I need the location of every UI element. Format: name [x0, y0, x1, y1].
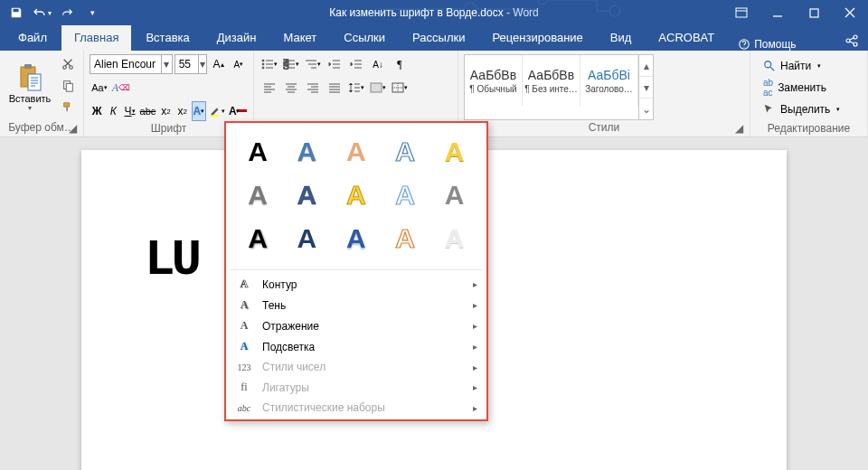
change-case-icon[interactable]: Aa▾ [90, 78, 109, 98]
style-heading1[interactable]: АаБбВіЗаголово… [580, 55, 638, 106]
gallery-up-icon[interactable]: ▴ [639, 55, 653, 77]
tab-view[interactable]: Вид [598, 25, 645, 51]
replace-button[interactable]: abacЗаменить [760, 78, 844, 98]
fx-preset-12[interactable]: A [282, 217, 331, 260]
fx-shadow[interactable]: AТень▸ [226, 295, 486, 315]
tab-home[interactable]: Главная [61, 25, 131, 51]
tab-design[interactable]: Дизайн [204, 25, 269, 51]
decrease-indent-icon[interactable] [325, 54, 344, 74]
maximize-icon[interactable] [796, 0, 832, 25]
sort-icon[interactable]: A↓ [368, 54, 388, 74]
fx-preset-4[interactable]: A [381, 130, 429, 174]
help-label: Помощь [754, 38, 796, 51]
show-marks-icon[interactable]: ¶ [390, 54, 410, 74]
select-button[interactable]: Выделить▾ [760, 99, 844, 119]
multilevel-icon[interactable]: ▾ [303, 54, 323, 74]
highlight-icon[interactable]: ▾ [208, 101, 226, 121]
style-normal[interactable]: АаБбВв¶ Обычный [465, 55, 523, 106]
cut-icon[interactable] [58, 54, 78, 74]
justify-icon[interactable] [325, 78, 344, 98]
align-left-icon[interactable] [259, 78, 279, 98]
reflection-icon: A [235, 319, 253, 333]
fx-reflection[interactable]: AОтражение▸ [226, 315, 486, 336]
style-no-spacing[interactable]: АаБбВв¶ Без инте… [523, 55, 580, 106]
find-button[interactable]: Найти▾ [760, 56, 844, 76]
tab-review[interactable]: Рецензирование [479, 25, 595, 51]
paste-button[interactable]: Вставить ▾ [5, 54, 54, 120]
underline-button[interactable]: Ч▾ [122, 101, 137, 121]
tab-insert[interactable]: Вставка [133, 25, 202, 51]
fx-glow[interactable]: AПодсветка▸ [226, 336, 486, 357]
svg-point-7 [854, 35, 857, 39]
tab-mailings[interactable]: Рассылки [400, 25, 477, 51]
group-editing: Найти▾ abacЗаменить Выделить▾ Редактиров… [750, 51, 868, 136]
text-effects-button[interactable]: A▾ [192, 101, 206, 121]
styles-gallery[interactable]: АаБбВв¶ Обычный АаБбВв¶ Без инте… АаБбВі… [464, 54, 654, 120]
font-color-icon[interactable]: A▾ [228, 101, 248, 121]
bullets-icon[interactable]: ▾ [259, 54, 279, 74]
fx-preset-9[interactable]: A [381, 174, 429, 217]
clear-format-icon[interactable]: A⌫ [111, 78, 131, 98]
fx-preset-15[interactable]: A [430, 217, 479, 260]
tab-file[interactable]: Файл [5, 25, 60, 51]
fx-outline[interactable]: AКонтур▸ [226, 274, 486, 295]
fx-preset-14[interactable]: A [381, 217, 429, 260]
qat-customize-icon[interactable]: ▾ [81, 2, 103, 24]
fx-preset-6[interactable]: A [233, 174, 282, 217]
fx-preset-8[interactable]: A [332, 174, 381, 217]
share-icon[interactable] [835, 33, 868, 51]
tell-me[interactable]: Помощь [738, 38, 796, 51]
clipboard-launcher-icon[interactable]: ◢ [67, 123, 78, 134]
fx-preset-5[interactable]: A [430, 130, 479, 174]
editing-label: Редактирование [768, 122, 850, 135]
fx-preset-1[interactable]: A [233, 130, 282, 174]
redo-icon[interactable] [56, 2, 78, 24]
grow-font-icon[interactable]: A▴ [209, 54, 227, 74]
fx-preset-3[interactable]: A [332, 130, 381, 174]
copy-icon[interactable] [58, 76, 78, 96]
tab-layout[interactable]: Макет [270, 25, 329, 51]
fx-preset-2[interactable]: A [282, 130, 331, 174]
font-size-input[interactable] [175, 58, 198, 70]
svg-point-8 [854, 42, 857, 46]
format-painter-icon[interactable] [58, 98, 78, 118]
font-name-input[interactable] [90, 58, 161, 70]
chevron-down-icon[interactable]: ▾ [161, 55, 172, 73]
undo-icon[interactable]: ▾ [31, 2, 52, 24]
italic-button[interactable]: К [106, 101, 120, 121]
tab-acrobat[interactable]: ACROBAT [646, 25, 727, 51]
subscript-icon[interactable]: x2 [158, 101, 173, 121]
shading-icon[interactable]: ▾ [368, 78, 388, 98]
fx-preset-13[interactable]: A [332, 217, 381, 260]
ribbon-display-icon[interactable] [723, 0, 760, 25]
glow-icon: A [235, 340, 253, 353]
superscript-icon[interactable]: x2 [175, 101, 190, 121]
align-center-icon[interactable] [281, 78, 301, 98]
line-spacing-icon[interactable]: ▾ [346, 78, 366, 98]
fx-preset-7[interactable]: A [282, 174, 331, 217]
close-icon[interactable] [832, 0, 868, 25]
stylistic-icon: abc [235, 403, 253, 413]
fx-preset-11[interactable]: A [233, 217, 282, 260]
svg-point-2 [609, 5, 620, 16]
styles-launcher-icon[interactable]: ◢ [733, 123, 744, 134]
gallery-more-icon[interactable]: ⌄ [639, 99, 653, 119]
borders-icon[interactable]: ▾ [390, 78, 410, 98]
bold-button[interactable]: Ж [90, 101, 104, 121]
fx-preset-10[interactable]: A [430, 174, 479, 217]
chevron-down-icon[interactable]: ▾ [198, 55, 206, 73]
shrink-font-icon[interactable]: A▾ [230, 54, 248, 74]
font-size-combo[interactable]: ▾ [175, 54, 208, 74]
font-name-combo[interactable]: ▾ [90, 54, 173, 74]
fx-number-styles: 123Стили чисел▸ [226, 357, 486, 377]
strike-icon[interactable]: abc [139, 101, 157, 121]
save-icon[interactable] [5, 2, 27, 24]
align-right-icon[interactable] [303, 78, 323, 98]
gallery-down-icon[interactable]: ▾ [639, 77, 653, 99]
increase-indent-icon[interactable] [346, 54, 366, 74]
svg-rect-16 [211, 115, 219, 117]
document-title: Как изменить шрифт в Ворде.docx [329, 6, 503, 19]
numbering-icon[interactable]: 123▾ [281, 54, 301, 74]
tab-references[interactable]: Ссылки [331, 25, 398, 51]
minimize-icon[interactable] [760, 0, 796, 25]
